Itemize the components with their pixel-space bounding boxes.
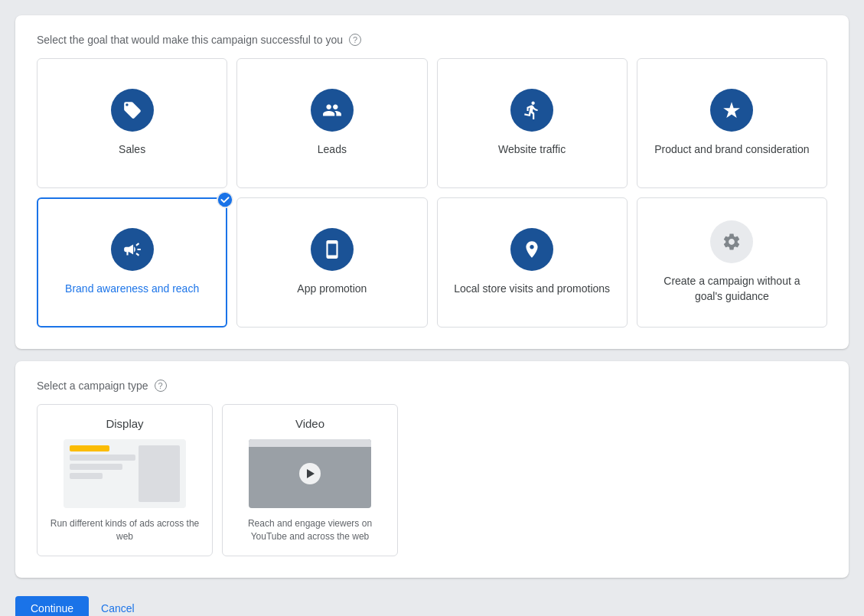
goal-card-local-store[interactable]: Local store visits and promotions — [437, 197, 628, 328]
campaign-type-card: Select a campaign type ? Display Run dif… — [15, 361, 849, 578]
goal-title-text: Select the goal that would make this cam… — [37, 34, 343, 46]
goal-card-product-brand[interactable]: Product and brand consideration — [637, 58, 827, 188]
app-promotion-label: App promotion — [297, 282, 367, 297]
footer-buttons: Continue Cancel — [15, 590, 849, 616]
video-thumbnail — [249, 439, 371, 508]
campaign-card-display[interactable]: Display Run different kinds of ads acros… — [37, 404, 213, 556]
cancel-button[interactable]: Cancel — [101, 602, 135, 614]
campaign-type-help-icon[interactable]: ? — [155, 380, 167, 392]
goal-card-no-goal[interactable]: Create a campaign without a goal's guida… — [637, 197, 827, 328]
display-campaign-title: Display — [106, 417, 143, 430]
campaign-card-video[interactable]: Video Reach and engage viewers on YouTub… — [222, 404, 398, 556]
campaign-type-title-text: Select a campaign type — [37, 380, 148, 392]
campaign-type-section-title: Select a campaign type ? — [37, 380, 827, 392]
svg-point-1 — [218, 193, 232, 207]
local-store-label: Local store visits and promotions — [454, 282, 610, 297]
display-campaign-desc: Run different kinds of ads across the we… — [50, 517, 200, 543]
no-goal-icon — [710, 220, 753, 263]
video-campaign-desc: Reach and engage viewers on YouTube and … — [235, 517, 385, 543]
website-traffic-icon — [510, 89, 553, 132]
brand-awareness-icon — [111, 228, 154, 271]
local-store-icon — [510, 228, 553, 271]
goal-help-icon[interactable]: ? — [349, 34, 361, 46]
display-bar-2 — [70, 464, 122, 470]
play-button-icon — [299, 463, 321, 484]
page-container: Select the goal that would make this cam… — [15, 15, 849, 616]
continue-button[interactable]: Continue — [15, 596, 89, 616]
display-bar-yellow — [70, 445, 109, 451]
goal-selection-card: Select the goal that would make this cam… — [15, 15, 849, 349]
brand-awareness-label: Brand awareness and reach — [65, 282, 199, 297]
goals-grid: SalesLeadsWebsite trafficProduct and bra… — [37, 58, 827, 328]
video-thumb-graphic — [249, 439, 371, 508]
product-brand-label: Product and brand consideration — [654, 142, 809, 158]
display-thumb-left — [70, 445, 135, 502]
selected-check-badge — [217, 191, 233, 208]
goal-card-app-promotion[interactable]: App promotion — [236, 197, 427, 328]
no-goal-label: Create a campaign without a goal's guida… — [650, 274, 814, 304]
sales-icon — [111, 89, 154, 132]
app-promotion-icon — [311, 228, 354, 271]
leads-label: Leads — [318, 142, 347, 158]
display-thumb-graphic — [64, 439, 186, 508]
goal-card-website-traffic[interactable]: Website traffic — [437, 58, 628, 188]
goal-card-leads[interactable]: Leads — [236, 58, 427, 188]
product-brand-icon — [710, 89, 753, 132]
goal-card-sales[interactable]: Sales — [37, 58, 227, 188]
display-thumbnail — [64, 439, 186, 508]
website-traffic-label: Website traffic — [498, 142, 566, 158]
display-thumb-right — [139, 445, 180, 502]
sales-label: Sales — [119, 142, 145, 158]
display-bar-1 — [70, 455, 135, 461]
goal-card-brand-awareness[interactable]: Brand awareness and reach — [37, 197, 227, 328]
leads-icon — [311, 89, 354, 132]
display-bar-3 — [70, 473, 103, 479]
campaign-grid: Display Run different kinds of ads acros… — [37, 404, 827, 556]
video-campaign-title: Video — [295, 417, 324, 430]
goal-section-title: Select the goal that would make this cam… — [37, 34, 827, 46]
